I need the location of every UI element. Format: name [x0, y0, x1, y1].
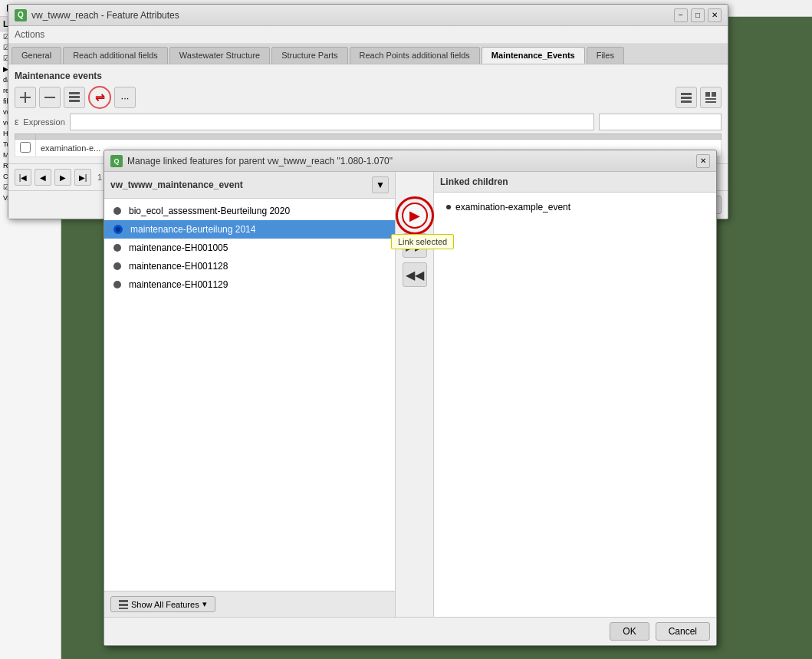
svg-rect-4 [69, 96, 80, 98]
expression-input[interactable] [70, 114, 594, 130]
svg-rect-7 [681, 97, 692, 99]
inner-toolbar: ⇌ ··· [15, 86, 722, 109]
section-title: Maintenance events [15, 71, 722, 81]
checkbox-column-header [15, 134, 36, 140]
feature-label: maintenance-EH001129 [129, 279, 228, 290]
svg-rect-5 [69, 100, 80, 102]
svg-rect-6 [681, 93, 692, 95]
next-record-button[interactable]: ▶ [54, 169, 71, 186]
linked-dialog-body: vw_twww_maintenance_event ▼ bio_ecol_ass… [104, 172, 716, 617]
left-panel-header: vw_twww_maintenance_event ▼ [104, 172, 395, 199]
add-record-button[interactable] [15, 87, 36, 108]
linked-dialog-titlebar: Q Manage linked features for parent vw_t… [104, 150, 716, 172]
feature-list: bio_ecol_assessment-Beurteilung 2020 mai… [104, 199, 395, 591]
tab-reach-additional[interactable]: Reach additional fields [63, 47, 168, 64]
child-label: examination-example_event [455, 202, 570, 213]
feature-dot [113, 281, 121, 288]
unlink-button[interactable]: ◀◀ [403, 262, 427, 287]
linked-ok-button[interactable]: OK [610, 622, 649, 641]
tab-files[interactable]: Files [587, 47, 624, 64]
list-view-button[interactable] [676, 87, 697, 108]
svg-rect-3 [69, 92, 80, 94]
right-panel-title: Linked children [440, 176, 508, 187]
left-panel: vw_twww_maintenance_event ▼ bio_ecol_ass… [104, 172, 396, 617]
tab-maintenance-events[interactable]: Maintenance_Events [482, 47, 585, 64]
show-all-dropdown-icon: ▾ [202, 599, 207, 609]
linked-children-list: examination-example_event [434, 193, 716, 617]
show-all-icon [119, 600, 128, 609]
tab-general[interactable]: General [12, 47, 61, 64]
tab-structure-parts[interactable]: Structure Parts [271, 47, 347, 64]
svg-rect-13 [119, 600, 128, 602]
feature-dot [113, 225, 123, 234]
feature-item-2[interactable]: maintenance-EH001005 [104, 239, 395, 257]
expression-bar: ε Expression [15, 114, 722, 130]
show-all-label: Show All Features [131, 600, 199, 609]
child-bullet [446, 205, 451, 209]
tab-reach-points[interactable]: Reach Points additional fields [350, 47, 480, 64]
dialog-title: vw_twww_reach - Feature Attributes [31, 10, 674, 21]
form-view-button[interactable] [700, 87, 722, 108]
svg-rect-1 [25, 92, 26, 103]
link-selected-button[interactable]: ▶ [402, 203, 428, 229]
feature-dot [113, 244, 121, 252]
right-panel-header: Linked children [434, 172, 716, 193]
feature-label: maintenance-EH001005 [129, 242, 228, 253]
close-button[interactable]: ✕ [708, 8, 722, 22]
show-all-features-button[interactable]: Show All Features ▾ [110, 596, 215, 612]
child-item-0[interactable]: examination-example_event [440, 199, 710, 216]
svg-rect-9 [705, 92, 710, 97]
feature-item-4[interactable]: maintenance-EH001129 [104, 275, 395, 294]
dialog-icon: Q [15, 9, 27, 21]
svg-rect-12 [705, 101, 716, 103]
linked-features-dialog: Q Manage linked features for parent vw_t… [104, 150, 717, 646]
feature-item-1[interactable]: maintenance-Beurteilung 2014 [104, 220, 395, 239]
last-record-button[interactable]: ▶| [74, 169, 91, 186]
feature-item-3[interactable]: maintenance-EH001128 [104, 257, 395, 275]
feature-label: bio_ecol_assessment-Beurteilung 2020 [129, 206, 290, 216]
svg-rect-15 [119, 608, 128, 609]
linked-dialog-icon: Q [110, 155, 123, 167]
linked-dialog-buttons: OK Cancel [104, 617, 716, 645]
actions-bar: Actions [8, 26, 728, 44]
left-panel-bottom: Show All Features ▾ [104, 591, 395, 617]
record-info: 1 [97, 173, 102, 182]
expression-label: Expression [23, 117, 64, 127]
dialog-titlebar: Q vw_twww_reach - Feature Attributes − □… [8, 5, 728, 26]
link-all-button[interactable]: ▶▶ [403, 233, 427, 258]
linked-cancel-button[interactable]: Cancel [656, 622, 710, 641]
tab-wastewater[interactable]: Wastewater Structure [169, 47, 270, 64]
linked-dialog-close-button[interactable]: ✕ [696, 154, 710, 168]
actions-label: Actions [15, 29, 44, 40]
feature-item-0[interactable]: bio_ecol_assessment-Beurteilung 2020 [104, 202, 395, 220]
linked-dialog-title: Manage linked features for parent vw_tww… [127, 156, 696, 166]
feature-label: maintenance-EH001128 [129, 261, 228, 272]
filter-button[interactable]: ▼ [372, 176, 389, 193]
link-features-button[interactable]: ⇌ [88, 86, 111, 109]
right-panel: Linked children examination-example_even… [434, 172, 716, 617]
window-controls: − □ ✕ [674, 8, 722, 22]
prev-record-button[interactable]: ◀ [35, 169, 51, 186]
svg-rect-2 [44, 97, 55, 98]
left-panel-title: vw_twww_maintenance_event [110, 180, 243, 190]
dialog-content: Maintenance events ⇌ ··· [8, 64, 728, 163]
delete-record-button[interactable] [39, 87, 61, 108]
more-options-button[interactable]: ··· [114, 87, 136, 108]
first-record-button[interactable]: |◀ [15, 169, 31, 186]
svg-rect-8 [681, 100, 692, 103]
middle-buttons-panel: ▶ ▶▶ ◀◀ [396, 172, 434, 617]
table-view-button[interactable] [64, 87, 85, 108]
table-column-header [36, 134, 722, 140]
svg-rect-14 [119, 604, 128, 606]
feature-dot [113, 262, 121, 270]
feature-dot [113, 207, 121, 215]
svg-rect-10 [712, 92, 716, 97]
maximize-button[interactable]: □ [691, 8, 705, 22]
minimize-button[interactable]: − [674, 8, 688, 22]
feature-label: maintenance-Beurteilung 2014 [130, 224, 255, 235]
tabs-container: General Reach additional fields Wastewat… [8, 44, 728, 64]
svg-rect-11 [705, 98, 716, 100]
row-checkbox[interactable] [20, 142, 31, 153]
